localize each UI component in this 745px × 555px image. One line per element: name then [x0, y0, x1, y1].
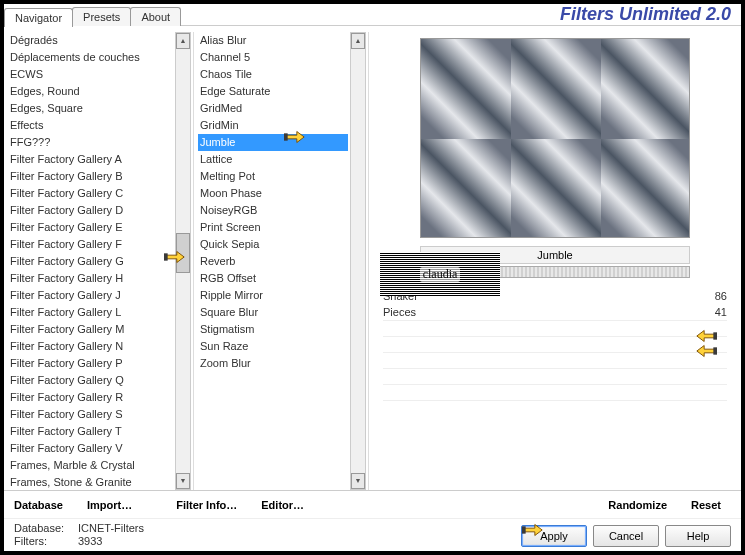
tab-navigator[interactable]: Navigator [4, 8, 73, 27]
dialog-buttons: Apply Cancel Help [521, 525, 731, 547]
list-item[interactable]: Dégradés [8, 32, 173, 49]
category-scrollbar[interactable]: ▲ ▼ [175, 32, 191, 490]
list-item[interactable]: Jumble [198, 134, 348, 151]
list-item[interactable]: Alias Blur [198, 32, 348, 49]
list-item[interactable]: NoiseyRGB [198, 202, 348, 219]
list-item[interactable]: Filter Factory Gallery Q [8, 372, 173, 389]
filter-info-link[interactable]: Filter Info… [176, 499, 237, 511]
status-db-label: Database: [14, 522, 78, 535]
list-item[interactable]: Filter Factory Gallery G [8, 253, 173, 270]
reset-link[interactable]: Reset [691, 499, 721, 511]
list-item[interactable]: Filter Factory Gallery M [8, 321, 173, 338]
list-item[interactable]: ECWS [8, 66, 173, 83]
database-link[interactable]: Database [14, 499, 63, 511]
tab-presets[interactable]: Presets [72, 7, 131, 26]
list-item[interactable]: Sun Raze [198, 338, 348, 355]
status-filters-value: 3933 [78, 535, 102, 547]
list-item[interactable]: Edges, Round [8, 83, 173, 100]
param-value: 41 [701, 306, 727, 318]
list-item[interactable]: RGB Offset [198, 270, 348, 287]
list-item[interactable]: Quick Sepia [198, 236, 348, 253]
list-item[interactable]: Filter Factory Gallery T [8, 423, 173, 440]
divider [383, 368, 727, 384]
list-item[interactable]: Effects [8, 117, 173, 134]
filter-list[interactable]: Alias BlurChannel 5Chaos TileEdge Satura… [198, 32, 348, 490]
tab-strip: Navigator Presets About [4, 4, 180, 26]
list-item[interactable]: Filter Factory Gallery N [8, 338, 173, 355]
scroll-up-icon[interactable]: ▲ [351, 33, 365, 49]
tab-about[interactable]: About [130, 7, 181, 26]
list-item[interactable]: Filter Factory Gallery R [8, 389, 173, 406]
cancel-button[interactable]: Cancel [593, 525, 659, 547]
filter-scrollbar[interactable]: ▲ ▼ [350, 32, 366, 490]
list-item[interactable]: Filter Factory Gallery V [8, 440, 173, 457]
list-item[interactable]: Lattice [198, 151, 348, 168]
list-item[interactable]: GridMed [198, 100, 348, 117]
list-item[interactable]: Filter Factory Gallery C [8, 185, 173, 202]
divider [383, 400, 727, 416]
app-title: Filters Unlimited 2.0 [560, 4, 741, 25]
list-item[interactable]: Reverb [198, 253, 348, 270]
scroll-down-icon[interactable]: ▼ [351, 473, 365, 489]
divider [383, 336, 727, 352]
category-column: DégradésDéplacements de couchesECWSEdges… [4, 32, 194, 490]
help-button[interactable]: Help [665, 525, 731, 547]
scroll-down-icon[interactable]: ▼ [176, 473, 190, 489]
editor-link[interactable]: Editor… [261, 499, 304, 511]
list-item[interactable]: Frames, Marble & Crystal [8, 457, 173, 474]
top-bar: Navigator Presets About Filters Unlimite… [4, 4, 741, 26]
list-item[interactable]: Moon Phase [198, 185, 348, 202]
list-item[interactable]: Frames, Stone & Granite [8, 474, 173, 490]
list-item[interactable]: Déplacements de couches [8, 49, 173, 66]
param-name: Pieces [383, 306, 443, 318]
divider [383, 384, 727, 400]
list-item[interactable]: Filter Factory Gallery S [8, 406, 173, 423]
list-item[interactable]: FFG??? [8, 134, 173, 151]
param-value: 86 [701, 290, 727, 302]
status-db-value: ICNET-Filters [78, 522, 144, 534]
list-item[interactable]: Melting Pot [198, 168, 348, 185]
app-window: Navigator Presets About Filters Unlimite… [0, 0, 745, 555]
list-item[interactable]: Filter Factory Gallery A [8, 151, 173, 168]
apply-button[interactable]: Apply [521, 525, 587, 547]
list-item[interactable]: Edge Saturate [198, 83, 348, 100]
randomize-link[interactable]: Randomize [608, 499, 667, 511]
status-filters-label: Filters: [14, 535, 78, 548]
list-item[interactable]: Filter Factory Gallery D [8, 202, 173, 219]
list-item[interactable]: Filter Factory Gallery H [8, 270, 173, 287]
filter-column: Alias BlurChannel 5Chaos TileEdge Satura… [194, 32, 369, 490]
list-item[interactable]: Chaos Tile [198, 66, 348, 83]
list-item[interactable]: Ripple Mirror [198, 287, 348, 304]
divider [383, 352, 727, 368]
watermark: claudia [380, 252, 500, 296]
list-item[interactable]: Filter Factory Gallery P [8, 355, 173, 372]
list-item[interactable]: GridMin [198, 117, 348, 134]
list-item[interactable]: Filter Factory Gallery L [8, 304, 173, 321]
list-item[interactable]: Filter Factory Gallery J [8, 287, 173, 304]
list-item[interactable]: Zoom Blur [198, 355, 348, 372]
list-item[interactable]: Edges, Square [8, 100, 173, 117]
import-link[interactable]: Import… [87, 499, 132, 511]
list-item[interactable]: Print Screen [198, 219, 348, 236]
bottom-toolbar: Database Import… Filter Info… Editor… Ra… [4, 490, 741, 518]
main-area: DégradésDéplacements de couchesECWSEdges… [4, 26, 741, 490]
preview-image [420, 38, 690, 238]
scroll-up-icon[interactable]: ▲ [176, 33, 190, 49]
list-item[interactable]: Square Blur [198, 304, 348, 321]
list-item[interactable]: Filter Factory Gallery E [8, 219, 173, 236]
list-item[interactable]: Filter Factory Gallery B [8, 168, 173, 185]
list-item[interactable]: Stigmatism [198, 321, 348, 338]
param-slider[interactable] [447, 312, 697, 313]
param-row-pieces: Pieces 41 [383, 304, 727, 320]
category-list[interactable]: DégradésDéplacements de couchesECWSEdges… [8, 32, 173, 490]
list-item[interactable]: Filter Factory Gallery F [8, 236, 173, 253]
scroll-thumb[interactable] [176, 233, 190, 273]
divider [383, 320, 727, 336]
list-item[interactable]: Channel 5 [198, 49, 348, 66]
parameter-panel: Shaker 86 Pieces 41 [375, 288, 735, 416]
